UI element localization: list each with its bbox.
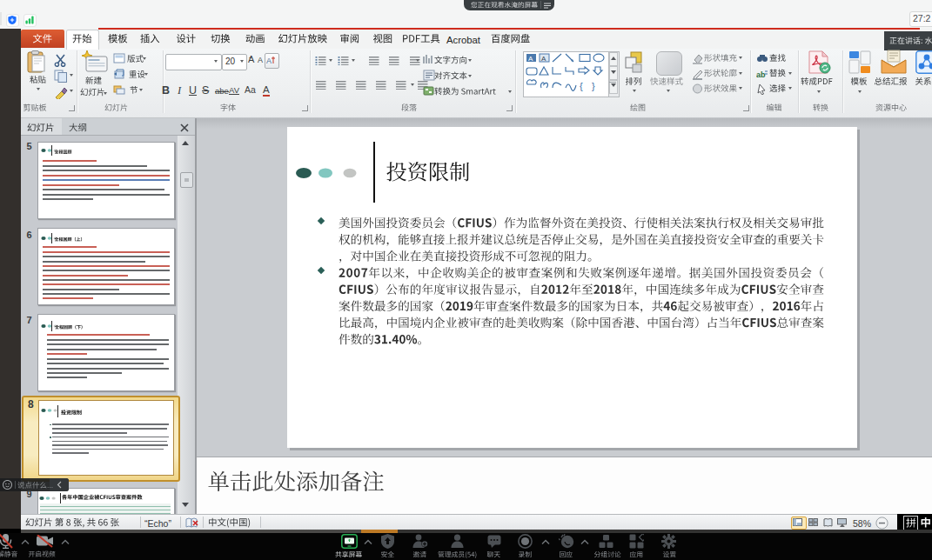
svg-text:}: } — [592, 81, 595, 91]
svg-text:A: A — [541, 55, 546, 63]
svg-text:A: A — [266, 57, 272, 65]
svg-text:ab: ab — [756, 70, 766, 79]
svg-text:A: A — [528, 55, 533, 63]
svg-text:{: { — [580, 81, 583, 91]
